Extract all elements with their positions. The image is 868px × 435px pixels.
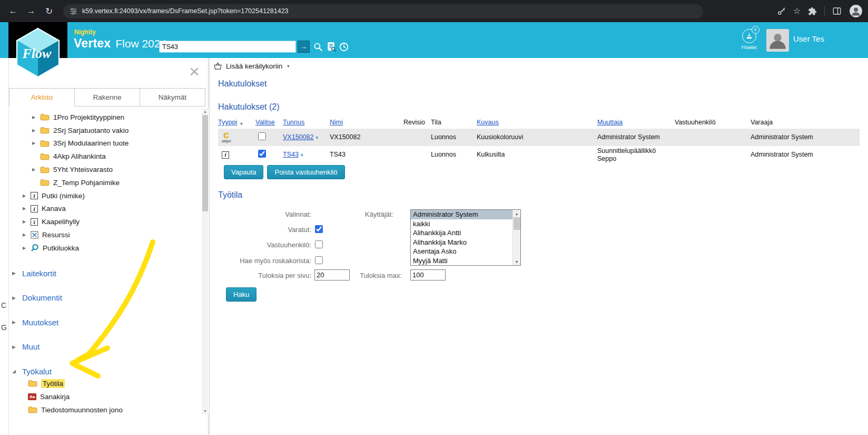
back-icon[interactable]: ←: [5, 3, 21, 19]
tree-item-2srj-sarjatuotanto-vakio[interactable]: ▶2Srj Sarjatuotanto vakio: [9, 124, 201, 137]
sidebar-item-ty-tila[interactable]: Työtila: [9, 377, 201, 390]
sidebar-tree: ▶1Pro Projektityyppinen▶2Srj Sarjatuotan…: [9, 111, 201, 255]
flowlet-widget[interactable]: × Flowlet: [736, 29, 762, 50]
user-option[interactable]: Asentaja Asko: [411, 247, 512, 256]
basket-dropdown-caret-icon[interactable]: ▾: [287, 64, 289, 69]
header-search-box[interactable]: [159, 41, 296, 53]
bookmark-star-icon[interactable]: ☆: [793, 7, 801, 15]
user-option[interactable]: kaikki: [411, 219, 512, 229]
tree-item-4akp-alihankinta[interactable]: 4Akp Alihankinta: [9, 150, 201, 163]
scroll-up-icon[interactable]: ▲: [202, 108, 209, 115]
vastuuhenkilo-checkbox[interactable]: [315, 240, 323, 248]
release-button[interactable]: Vapauta: [224, 165, 263, 179]
extensions-puzzle-icon[interactable]: [808, 7, 817, 16]
sort-asc-icon[interactable]: ▴: [240, 120, 243, 125]
max-results-input[interactable]: [410, 269, 446, 281]
flowlet-close-badge-icon[interactable]: ×: [752, 26, 760, 34]
sidebar-section-dokumentit[interactable]: ▶Dokumentit: [9, 292, 201, 304]
tree-item-5yht-yhteisvarasto[interactable]: ▶5Yht Yhteisvarasto: [9, 163, 201, 176]
expand-arrow-icon[interactable]: ▶: [23, 194, 31, 198]
column-header-tyyppi[interactable]: Tyyppi▴: [218, 119, 255, 126]
results-table: Tyyppi▴ValitseTunnusNimiRevisioTilaKuvau…: [218, 117, 860, 163]
sidebar-section-ty-kalut[interactable]: ◢Työkalut: [9, 365, 201, 378]
expand-arrow-icon[interactable]: ▶: [12, 270, 22, 276]
tree-item-z-temp-pohjanimike[interactable]: Z_Temp Pohjanimike: [9, 176, 201, 189]
close-icon[interactable]: ×: [189, 62, 200, 80]
forward-icon[interactable]: →: [23, 3, 39, 19]
expand-arrow-icon[interactable]: ▶: [32, 128, 40, 133]
listbox-scrollbar[interactable]: ▲ ▼: [512, 210, 520, 265]
brand-name: Vertex: [74, 36, 111, 51]
sidebar-scrollbar[interactable]: ▲ ▼: [202, 108, 209, 414]
tree-item-1pro-projektityyppinen[interactable]: ▶1Pro Projektityyppinen: [9, 111, 201, 124]
row-menu-caret-icon[interactable]: ▾: [301, 152, 303, 158]
tunnus-link[interactable]: VX150082: [283, 133, 313, 141]
users-listbox[interactable]: Administrator SystemkaikkiAlihankkija An…: [410, 209, 521, 266]
search-go-button[interactable]: →: [298, 41, 310, 53]
column-header-kuvaus[interactable]: Kuvaus: [477, 119, 597, 126]
sidebar-section-laitekortit[interactable]: ▶Laitekortit: [9, 267, 201, 279]
document-search-icon[interactable]: [325, 41, 338, 53]
tab-rakenne[interactable]: Rakenne: [74, 88, 140, 107]
column-header-valitse[interactable]: Valitse: [255, 119, 283, 126]
expand-arrow-icon[interactable]: ▶: [23, 246, 31, 250]
expand-arrow-icon[interactable]: ▶: [12, 344, 22, 350]
remove-responsible-button[interactable]: Poista vastuuhenkilö: [267, 165, 344, 179]
row-menu-caret-icon[interactable]: ▾: [315, 135, 318, 140]
row-select-checkbox[interactable]: [258, 132, 266, 140]
sidebar-section-muut[interactable]: ▶Muut: [9, 341, 201, 353]
column-header-muuttaja[interactable]: Muuttaja: [597, 119, 675, 126]
tree-item-kanava[interactable]: ▶iKanava: [9, 202, 201, 216]
tab-n-kym-t[interactable]: Näkymät: [140, 88, 205, 107]
search-magnifier-icon[interactable]: [312, 41, 324, 53]
scroll-down-icon[interactable]: ▼: [202, 408, 209, 414]
listbox-scroll-up-icon[interactable]: ▲: [513, 210, 520, 217]
tunnus-link[interactable]: TS43: [283, 151, 299, 158]
sidebar-item-sanakirja[interactable]: AaSanakirja: [9, 390, 201, 403]
tree-item-putki-nimike[interactable]: ▶iPutki (nimike): [9, 189, 201, 202]
tree-item-putkiluokka[interactable]: ▶Putkiluokka: [9, 241, 201, 255]
sidebar-section-muutokset[interactable]: ▶Muutokset: [9, 316, 201, 328]
expand-arrow-icon[interactable]: ▶: [23, 206, 31, 211]
listbox-scrollbar-thumb[interactable]: [514, 217, 520, 230]
user-option[interactable]: Administrator System: [411, 210, 512, 219]
main-content: Lisää keräilykoriin ▾ Hakutulokset Hakut…: [209, 58, 868, 435]
add-to-picking-basket[interactable]: Lisää keräilykoriin ▾: [213, 60, 289, 72]
expand-arrow-icon[interactable]: ▶: [23, 233, 31, 237]
collapse-arrow-icon[interactable]: ◢: [12, 369, 22, 374]
tree-item-label: Z_Temp Pohjanimike: [53, 179, 120, 187]
tree-item-3srj-modulaarinen-tuote[interactable]: ▶3Srj Modulaarinen tuote: [9, 137, 201, 150]
search-button[interactable]: Haku: [226, 287, 257, 302]
expand-arrow-icon[interactable]: ▶: [12, 320, 22, 325]
user-option[interactable]: Alihankkija Antti: [411, 228, 512, 238]
history-clock-icon[interactable]: [338, 41, 350, 53]
expand-arrow-icon[interactable]: ▶: [32, 115, 40, 120]
trash-checkbox[interactable]: [315, 256, 323, 264]
expand-arrow-icon[interactable]: ▶: [12, 295, 22, 301]
user-option[interactable]: Alihankkija Marko: [411, 238, 512, 247]
flowlet-icon[interactable]: ×: [742, 29, 756, 43]
varatut-checkbox[interactable]: [315, 225, 323, 233]
column-header-nimi[interactable]: Nimi: [330, 119, 397, 126]
tree-item-resurssi[interactable]: ▶Resurssi: [9, 228, 201, 241]
browser-profile-avatar[interactable]: [849, 4, 863, 18]
sidebar-item-tiedostomuunnosten-jono[interactable]: Tiedostomuunnosten jono: [9, 403, 201, 417]
column-header-tunnus[interactable]: Tunnus: [283, 119, 330, 126]
reload-icon[interactable]: ↻: [41, 3, 57, 19]
url-text: k59.vertex.fi:24093/vx/frames/DsFrameSet…: [82, 7, 289, 15]
tune-icon[interactable]: [70, 7, 77, 15]
scrollbar-thumb[interactable]: [202, 115, 208, 211]
user-avatar[interactable]: [766, 29, 789, 52]
password-key-icon[interactable]: [777, 7, 786, 16]
tree-item-kaapelihylly[interactable]: ▶iKaapelihylly: [9, 215, 201, 228]
expand-arrow-icon[interactable]: ▶: [32, 167, 40, 172]
side-panel-icon[interactable]: [832, 6, 842, 16]
header-search-input[interactable]: [160, 41, 295, 52]
expand-arrow-icon[interactable]: ▶: [23, 219, 31, 224]
row-select-checkbox[interactable]: [258, 150, 266, 158]
listbox-scroll-down-icon[interactable]: ▼: [513, 258, 520, 265]
address-bar[interactable]: k59.vertex.fi:24093/vx/frames/DsFrameSet…: [63, 4, 703, 18]
user-option[interactable]: Myyjä Matti: [411, 256, 512, 266]
expand-arrow-icon[interactable]: ▶: [32, 141, 40, 146]
tab-arkisto[interactable]: Arkisto: [9, 88, 75, 107]
